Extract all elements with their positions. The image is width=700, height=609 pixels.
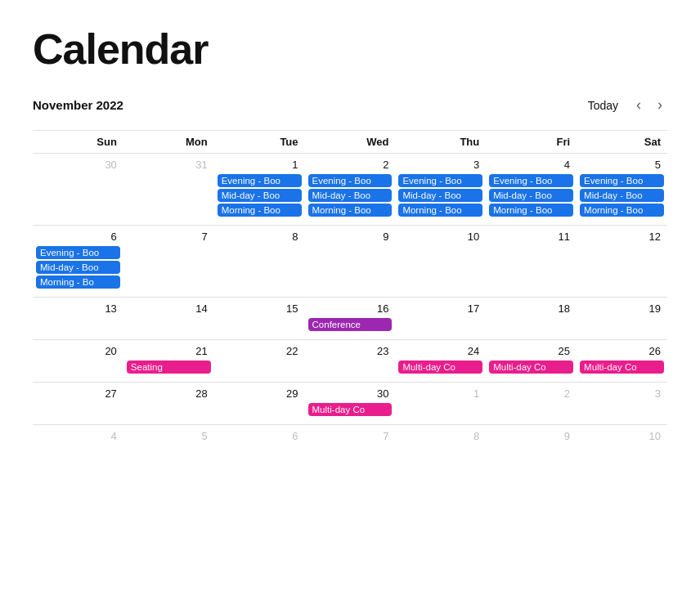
day-number: 7 bbox=[308, 428, 393, 446]
day-number: 8 bbox=[218, 229, 302, 246]
event-pill[interactable]: Conference bbox=[308, 318, 393, 331]
day-cell: 8 bbox=[214, 226, 305, 298]
event-pill[interactable]: Multi-day Co bbox=[489, 360, 573, 374]
day-number: 24 bbox=[398, 343, 482, 360]
day-number: 1 bbox=[398, 386, 482, 403]
day-number: 12 bbox=[580, 229, 664, 246]
weekday-header-sun: Sun bbox=[33, 131, 123, 154]
day-number: 1 bbox=[218, 157, 302, 174]
day-number: 2 bbox=[308, 157, 393, 174]
day-cell: 27 bbox=[33, 383, 123, 425]
nav-controls: Today ‹ › bbox=[581, 93, 667, 117]
day-number: 3 bbox=[398, 157, 482, 174]
day-cell: 28 bbox=[123, 383, 214, 425]
weekday-header-sat: Sat bbox=[577, 131, 667, 154]
event-pill[interactable]: Morning - Boo bbox=[580, 204, 664, 217]
day-cell: 30 bbox=[33, 154, 123, 226]
day-number: 21 bbox=[127, 343, 211, 360]
event-pill[interactable]: Evening - Boo bbox=[489, 174, 573, 187]
week-row-0: 30311Evening - BooMid-day - BooMorning -… bbox=[33, 154, 667, 226]
day-cell: 7 bbox=[123, 226, 214, 298]
day-cell: 18 bbox=[486, 298, 577, 340]
day-cell: 26Multi-day Co bbox=[577, 340, 667, 383]
day-number: 5 bbox=[127, 428, 211, 446]
day-number: 31 bbox=[127, 157, 211, 174]
day-cell: 31 bbox=[123, 154, 214, 226]
weekday-header-tue: Tue bbox=[214, 131, 305, 154]
day-cell: 29 bbox=[214, 383, 305, 425]
event-pill[interactable]: Morning - Boo bbox=[489, 204, 573, 217]
today-button[interactable]: Today bbox=[581, 96, 625, 115]
day-number: 16 bbox=[308, 301, 393, 318]
day-number: 26 bbox=[580, 343, 664, 360]
day-number: 27 bbox=[36, 386, 120, 403]
day-number: 13 bbox=[36, 301, 120, 318]
event-pill[interactable]: Morning - Boo bbox=[398, 204, 482, 217]
day-number: 6 bbox=[36, 229, 120, 246]
day-cell: 15 bbox=[214, 298, 305, 340]
day-number: 14 bbox=[127, 301, 211, 318]
prev-button[interactable]: ‹ bbox=[631, 93, 646, 117]
day-number: 23 bbox=[308, 343, 393, 360]
day-cell: 2 bbox=[486, 383, 577, 425]
event-pill[interactable]: Morning - Boo bbox=[308, 204, 393, 217]
day-cell: 12 bbox=[577, 226, 667, 298]
day-number: 25 bbox=[489, 343, 573, 360]
day-cell: 9 bbox=[486, 425, 577, 453]
next-button[interactable]: › bbox=[653, 93, 667, 117]
day-number: 15 bbox=[218, 301, 302, 318]
day-cell: 16Conference bbox=[305, 298, 396, 340]
event-pill[interactable]: Multi-day Co bbox=[398, 360, 482, 374]
day-cell: 5 bbox=[123, 425, 214, 453]
event-pill[interactable]: Mid-day - Boo bbox=[489, 189, 573, 202]
day-cell: 5Evening - BooMid-day - BooMorning - Boo bbox=[577, 154, 667, 226]
day-number: 18 bbox=[489, 301, 573, 318]
day-number: 19 bbox=[580, 301, 664, 318]
week-row-2: 13141516Conference171819 bbox=[33, 298, 667, 340]
day-number: 10 bbox=[398, 229, 482, 246]
event-pill[interactable]: Evening - Boo bbox=[36, 246, 120, 259]
day-cell: 4 bbox=[33, 425, 123, 453]
day-cell: 6Evening - BooMid-day - BooMorning - Bo bbox=[33, 226, 123, 298]
day-cell: 23 bbox=[305, 340, 396, 383]
event-pill[interactable]: Mid-day - Boo bbox=[580, 189, 664, 202]
month-label: November 2022 bbox=[33, 98, 123, 112]
weekday-header-wed: Wed bbox=[305, 131, 396, 154]
event-pill[interactable]: Seating bbox=[127, 360, 211, 374]
event-pill[interactable]: Evening - Boo bbox=[398, 174, 482, 187]
day-number: 29 bbox=[218, 386, 302, 403]
event-pill[interactable]: Evening - Boo bbox=[580, 174, 664, 187]
event-pill[interactable]: Mid-day - Boo bbox=[36, 261, 120, 274]
weekday-header-thu: Thu bbox=[395, 131, 486, 154]
event-pill[interactable]: Multi-day Co bbox=[308, 403, 393, 416]
day-number: 4 bbox=[36, 428, 120, 446]
calendar-table: SunMonTueWedThuFriSat 30311Evening - Boo… bbox=[33, 130, 667, 452]
day-cell: 4Evening - BooMid-day - BooMorning - Boo bbox=[486, 154, 577, 226]
event-pill[interactable]: Evening - Boo bbox=[308, 174, 393, 187]
week-row-3: 2021Seating222324Multi-day Co25Multi-day… bbox=[33, 340, 667, 383]
day-cell: 2Evening - BooMid-day - BooMorning - Boo bbox=[305, 154, 396, 226]
event-pill[interactable]: Mid-day - Boo bbox=[218, 189, 302, 202]
day-cell: 7 bbox=[305, 425, 396, 453]
day-number: 10 bbox=[580, 428, 664, 446]
day-number: 2 bbox=[489, 386, 573, 403]
day-number: 7 bbox=[127, 229, 211, 246]
event-pill[interactable]: Morning - Bo bbox=[36, 275, 120, 289]
event-pill[interactable]: Mid-day - Boo bbox=[398, 189, 482, 202]
day-number: 28 bbox=[127, 386, 211, 403]
day-number: 11 bbox=[489, 229, 573, 246]
event-pill[interactable]: Evening - Boo bbox=[218, 174, 302, 187]
day-cell: 24Multi-day Co bbox=[395, 340, 486, 383]
event-pill[interactable]: Morning - Boo bbox=[218, 204, 302, 217]
day-cell: 10 bbox=[395, 226, 486, 298]
day-cell: 3 bbox=[577, 383, 667, 425]
day-cell: 14 bbox=[123, 298, 214, 340]
day-number: 8 bbox=[398, 428, 482, 446]
day-number: 3 bbox=[580, 386, 664, 403]
day-cell: 8 bbox=[395, 425, 486, 453]
weekday-header-row: SunMonTueWedThuFriSat bbox=[33, 131, 667, 154]
day-cell: 21Seating bbox=[123, 340, 214, 383]
weekday-header-fri: Fri bbox=[486, 131, 577, 154]
event-pill[interactable]: Mid-day - Boo bbox=[308, 189, 393, 202]
event-pill[interactable]: Multi-day Co bbox=[580, 360, 664, 374]
